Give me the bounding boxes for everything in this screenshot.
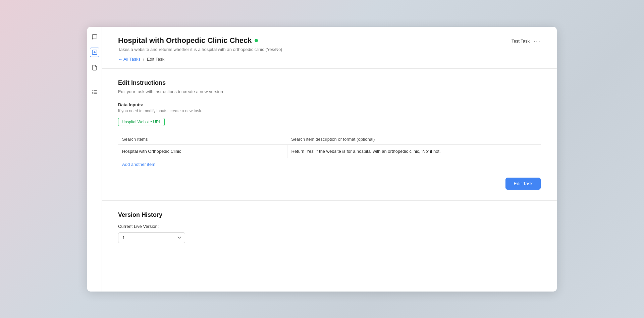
document-icon[interactable]	[90, 63, 99, 72]
breadcrumb-separator: /	[143, 57, 145, 62]
more-options-button[interactable]: ···	[534, 38, 541, 45]
breadcrumb-all-tasks[interactable]: ← All Tasks	[118, 57, 141, 62]
edit-instructions-title: Edit Instructions	[118, 79, 541, 86]
add-another-item-link[interactable]: Add another item	[118, 159, 541, 170]
data-inputs-label: Data Inputs:	[118, 102, 541, 107]
breadcrumb-current: Edit Task	[147, 57, 165, 62]
table-row: Hospital with Orthopedic ClinicReturn 'Y…	[118, 144, 541, 158]
add-box-icon[interactable]	[90, 48, 99, 57]
breadcrumb: ← All Tasks / Edit Task	[118, 57, 512, 62]
hospital-url-tag[interactable]: Hospital Website URL	[118, 118, 165, 126]
description-cell: Return 'Yes' if the website is for a hos…	[287, 144, 541, 158]
main-content: Hospital with Orthopedic Clinic Check Ta…	[102, 27, 557, 292]
tasks-icon[interactable]	[90, 87, 99, 97]
header-actions: Test Task ···	[512, 38, 541, 45]
sidebar-divider	[90, 80, 99, 80]
edit-instructions-section: Edit Instructions Edit your task with in…	[102, 69, 557, 201]
version-select[interactable]: 123	[118, 232, 185, 243]
test-task-button[interactable]: Test Task	[512, 39, 530, 44]
add-item-label[interactable]: Add another item	[118, 159, 159, 170]
col-search-items: Search Items	[118, 134, 287, 145]
version-history-title: Version History	[118, 211, 541, 218]
version-history-section: Version History Current Live Version: 12…	[102, 201, 557, 254]
search-items-table: Search Items Search item description or …	[118, 134, 541, 158]
header-title-group: Hospital with Orthopedic Clinic Check Ta…	[118, 36, 512, 62]
app-container: Hospital with Orthopedic Clinic Check Ta…	[87, 27, 557, 292]
header-top: Hospital with Orthopedic Clinic Check Ta…	[118, 36, 541, 62]
page-subtitle: Takes a website and returns whether it i…	[118, 47, 512, 52]
page-title: Hospital with Orthopedic Clinic Check	[118, 36, 512, 45]
status-dot	[255, 39, 258, 42]
edit-task-button[interactable]: Edit Task	[505, 178, 541, 190]
header-section: Hospital with Orthopedic Clinic Check Ta…	[102, 27, 557, 69]
edit-instructions-subtitle: Edit your task with instructions to crea…	[118, 89, 541, 94]
data-inputs-hint: If you need to modify inputs, create a n…	[118, 109, 541, 113]
search-item-cell: Hospital with Orthopedic Clinic	[118, 144, 287, 158]
col-description: Search item description or format (optio…	[287, 134, 541, 145]
edit-task-btn-container: Edit Task	[118, 178, 541, 190]
current-live-label: Current Live Version:	[118, 224, 541, 229]
chat-icon[interactable]	[90, 32, 99, 42]
sidebar	[87, 27, 102, 292]
version-select-wrapper: 123	[118, 232, 185, 243]
page-title-text: Hospital with Orthopedic Clinic Check	[118, 36, 252, 45]
